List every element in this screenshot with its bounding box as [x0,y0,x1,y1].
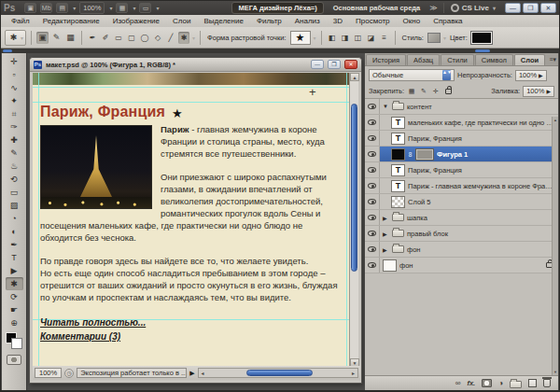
fill-value-box[interactable]: 100%▶ [523,86,554,97]
lock-position-icon[interactable]: ✛ [431,87,441,96]
horizontal-scrollbar[interactable]: ◄ ► [198,368,358,378]
layer-row-group-bg[interactable]: ▶фон [365,242,558,258]
layer-row-group-rightblock[interactable]: ▶правый блок [365,226,558,242]
panel-scroll-up-icon[interactable]: ▲ [553,118,558,122]
lasso-tool[interactable]: ∿ [6,81,23,94]
pen-tool[interactable]: ✒ [6,238,23,251]
scroll-up-icon[interactable]: ▲ [350,73,359,81]
visibility-cell[interactable] [365,162,380,177]
canvas[interactable]: + Париж, Франция ★ Париж - главная жемчу… [33,73,352,367]
visibility-cell[interactable] [365,115,380,130]
layer-row-text-body[interactable]: TПариж - главная жемчужина в короне Фран… [365,178,558,194]
scroll-right-icon[interactable]: ► [351,370,356,377]
rounded-rectangle-tool-icon[interactable]: ▢ [126,32,137,44]
workspace-overflow-icon[interactable]: ≫ [429,4,436,12]
quick-mask-icon[interactable] [7,355,21,365]
tool-preset-picker[interactable]: ✱▾ [5,30,26,46]
menu-layers[interactable]: Слои [166,17,197,25]
layer-row-background[interactable]: фон [365,258,558,273]
group-expanded-icon[interactable]: ▼ [383,104,389,109]
link-layers-icon[interactable]: ∞ [455,379,461,387]
menu-select[interactable]: Выделение [197,17,249,25]
group-collapsed-icon[interactable]: ▶ [383,231,389,237]
guide-vertical[interactable] [38,73,39,367]
marquee-tool[interactable]: ▫ [6,68,23,81]
move-tool[interactable]: ✛ [6,55,23,68]
vertical-scroll-thumb[interactable] [351,104,357,272]
fill-pixels-mode-icon[interactable]: ▦ [64,32,77,44]
combine-add-icon[interactable]: ◧ [327,32,338,44]
combine-intersect-icon[interactable]: ◫ [353,32,364,44]
lock-all-icon[interactable] [443,87,453,96]
layer-styles-icon[interactable]: fx. [467,379,475,387]
screen-mode-dropdown-icon[interactable]: ▾ [156,5,159,11]
history-brush-tool[interactable]: ⟲ [6,173,23,186]
custom-shape-tool[interactable]: ✱ [6,277,23,290]
guide-horizontal[interactable] [33,87,352,88]
tab-styles[interactable]: Стили [441,54,474,65]
group-collapsed-icon[interactable]: ▶ [383,215,389,221]
launch-bridge-icon[interactable]: ▣ [24,3,36,13]
zoom-tool[interactable]: ⊕ [6,316,23,329]
layer-row-group-header[interactable]: ▶шапка [365,210,558,226]
menu-file[interactable]: Файл [5,17,36,25]
brush-tool[interactable]: ✎ [6,147,23,160]
blur-tool[interactable]: ◔ [6,212,23,225]
panel-scrollbar[interactable]: ▲ ▼ [552,117,558,375]
close-button[interactable]: ✕ [540,3,556,13]
line-tool-icon[interactable]: ╱ [165,32,176,44]
document-title-bar[interactable]: Ps макет.psd @ 100% (Фигура 1, RGB/8) * … [30,58,361,72]
background-thumbnail[interactable] [383,259,397,272]
scroll-left-icon[interactable]: ◄ [201,370,205,377]
shape-preview-star[interactable]: ★ [290,31,311,45]
adjustment-layer-icon[interactable]: ◑ [498,379,503,387]
arrange-documents-icon[interactable]: ▦ [116,3,128,13]
zoom-level-box[interactable]: 100% [79,2,105,14]
paths-mode-icon[interactable]: ✎ [50,32,63,44]
panel-menu-icon[interactable]: ≡ ▾ [549,56,555,63]
blend-mode-select[interactable]: Обычные▲▼ [369,69,455,81]
layer-row-text-title-1[interactable]: TПариж, Франция [365,131,558,147]
workspace-button-active[interactable]: МЕГА дизайнер Лёха=) [231,2,323,14]
arrange-dropdown-icon[interactable]: ▾ [133,5,135,11]
menu-window[interactable]: Окно [397,17,427,25]
read-more-link[interactable]: Читать полностью... [40,316,146,329]
vertical-scrollbar[interactable]: ▲ ▼ [349,73,358,367]
doc-close-button[interactable]: ✕ [344,60,357,69]
layer-row-group-content[interactable]: ▼контент [365,99,558,115]
horizontal-scroll-thumb[interactable] [246,370,314,376]
visibility-cell[interactable] [365,242,380,257]
comments-link[interactable]: Комментарии (3) [40,330,120,343]
shape-tools-dropdown-icon[interactable]: ▾ [192,35,195,41]
tab-layers[interactable]: Слои [514,54,545,65]
vector-mask-thumbnail[interactable] [415,148,434,161]
visibility-cell[interactable] [365,178,380,193]
freeform-pen-icon[interactable]: ✐ [100,32,111,44]
eraser-tool[interactable]: ▭ [6,186,23,199]
path-selection-tool[interactable]: ▶ [6,264,23,277]
type-tool[interactable]: T [6,251,23,264]
lock-transparency-icon[interactable]: ▦ [407,87,416,96]
workspace-button-default[interactable]: Основная рабочая среда [328,3,427,13]
quick-selection-tool[interactable]: ✦ [6,94,23,107]
gradient-tool[interactable]: ▨ [6,199,23,212]
healing-brush-tool[interactable]: ✚ [6,133,23,147]
shape-picker-dropdown-icon[interactable]: ▾ [314,35,316,41]
visibility-cell[interactable] [365,147,380,161]
tab-paragraph[interactable]: Абзац [407,54,440,65]
combine-exclude-icon[interactable]: ◪ [366,32,377,44]
menu-analysis[interactable]: Анализ [288,17,327,25]
add-mask-icon[interactable] [482,379,492,387]
eyedropper-tool[interactable]: ✑ [6,120,23,133]
visibility-cell[interactable] [365,131,380,146]
menu-view[interactable]: Просмотр [349,17,397,25]
dodge-tool[interactable]: ◐ [6,225,23,238]
menu-3d[interactable]: 3D [327,17,349,25]
color-swatches[interactable] [6,332,22,349]
tab-history[interactable]: История [366,54,406,65]
layer-row-text-title-2[interactable]: TПариж, Франция [365,162,558,178]
group-collapsed-icon[interactable]: ▶ [383,246,389,253]
opacity-slider-icon[interactable]: ▶ [539,72,543,78]
menu-edit[interactable]: Редактирование [36,17,106,25]
status-flyout-icon[interactable]: ▶ [189,370,194,377]
